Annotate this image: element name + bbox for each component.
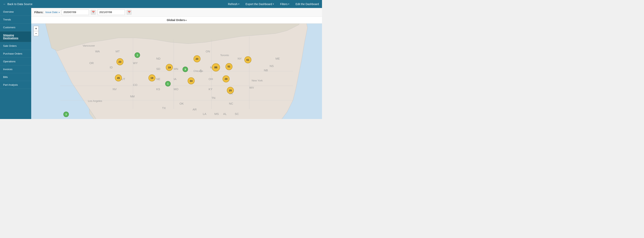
svg-text:ON: ON [206, 50, 210, 53]
svg-text:NM: NM [130, 95, 134, 98]
map-marker-m3[interactable]: 20 [194, 55, 200, 62]
export-dashboard-button[interactable]: Export the Dashboard [246, 2, 274, 6]
svg-text:NC: NC [229, 102, 233, 105]
zoom-out-button[interactable]: − [34, 31, 38, 36]
svg-text:WY: WY [133, 61, 138, 65]
svg-text:NY: NY [238, 57, 242, 60]
back-to-datasource-label: Back to Data Source [8, 2, 32, 6]
svg-text:OH: OH [209, 77, 213, 81]
sidebar-item-bills[interactable]: Bills [0, 73, 31, 81]
zoom-in-button[interactable]: + [34, 26, 38, 31]
svg-text:IA: IA [174, 77, 176, 81]
map-marker-m1[interactable]: 23 [116, 58, 124, 65]
map-header: Global Orders [31, 16, 322, 23]
zoom-controls: + − [34, 26, 38, 36]
svg-text:ID: ID [110, 66, 113, 69]
main-layout: OverviewTrendsCustomersShipping Destinat… [0, 8, 322, 119]
svg-text:KS: KS [156, 88, 160, 91]
sidebar-item-customers[interactable]: Customers [0, 23, 31, 31]
map-marker-m15[interactable]: 3 [64, 112, 69, 117]
svg-text:TX: TX [162, 107, 166, 110]
top-nav-actions: Refresh Export the Dashboard Filters Edi… [228, 2, 319, 6]
back-to-datasource-button[interactable]: ← Back to Data Source [3, 2, 32, 6]
svg-text:NV: NV [112, 88, 117, 91]
svg-text:NS: NS [270, 64, 274, 68]
back-arrow-icon: ← [3, 2, 6, 6]
svg-text:NB: NB [264, 69, 268, 72]
map-marker-m5[interactable]: 19 [166, 64, 173, 71]
svg-text:Vancouver: Vancouver [83, 44, 95, 47]
end-date-input[interactable] [98, 9, 125, 15]
sidebar-item-trends[interactable]: Trends [0, 16, 31, 23]
top-nav: ← Back to Data Source Refresh Export the… [0, 0, 322, 8]
svg-text:MO: MO [174, 88, 178, 91]
map-marker-m9[interactable]: 45 [115, 74, 122, 81]
map-marker-m7[interactable]: 51 [226, 63, 232, 70]
svg-text:WV: WV [249, 86, 254, 89]
svg-text:KY: KY [209, 88, 212, 91]
svg-text:NE: NE [156, 77, 160, 81]
map-marker-m4[interactable]: 8 [182, 67, 188, 72]
svg-text:Toronto: Toronto [220, 54, 229, 57]
svg-text:Los Angeles: Los Angeles [88, 100, 102, 102]
map-marker-m13[interactable]: 29 [222, 75, 230, 82]
svg-text:OK: OK [180, 102, 184, 105]
svg-text:AL: AL [223, 112, 227, 115]
svg-text:WA: WA [95, 50, 100, 53]
filter-bar: Filters: Issue Date: 📅 📅 [31, 8, 322, 16]
svg-text:TN: TN [212, 96, 215, 100]
map-marker-m14[interactable]: 25 [227, 87, 234, 94]
svg-text:MS: MS [214, 112, 219, 115]
map-marker-m8[interactable]: 61 [244, 56, 252, 63]
refresh-button[interactable]: Refresh [228, 2, 239, 6]
svg-text:SC: SC [235, 112, 239, 115]
issue-date-filter[interactable]: Issue Date: [46, 11, 60, 14]
svg-text:ME: ME [276, 57, 280, 60]
filters-button[interactable]: Filters [280, 2, 289, 6]
sidebar-item-overview[interactable]: Overview [0, 8, 31, 16]
sidebar-item-purchase-orders[interactable]: Purchase Orders [0, 50, 31, 58]
svg-text:CO: CO [133, 83, 137, 86]
map-marker-m11[interactable]: 1 [165, 81, 171, 86]
map-marker-m10[interactable]: 19 [148, 74, 156, 81]
sidebar-item-sale-orders[interactable]: Sale Orders [0, 42, 31, 50]
svg-text:New York: New York [252, 79, 263, 82]
svg-text:OR: OR [89, 61, 94, 65]
svg-text:LA: LA [203, 112, 206, 115]
sidebar-item-operations[interactable]: Operations [0, 58, 31, 65]
filters-label: Filters: [34, 11, 44, 14]
start-date-calendar-icon[interactable]: 📅 [91, 10, 96, 14]
map-marker-m2[interactable]: 1 [134, 52, 140, 58]
svg-text:MT: MT [116, 50, 120, 53]
sidebar: OverviewTrendsCustomersShipping Destinat… [0, 8, 31, 119]
start-date-input[interactable] [62, 9, 89, 15]
svg-text:MN: MN [174, 67, 178, 70]
content-area: Filters: Issue Date: 📅 📅 Global Orders [31, 8, 322, 119]
map-title[interactable]: Global Orders [167, 18, 186, 22]
sidebar-item-shipping-destinations[interactable]: Shipping Destinations [0, 31, 31, 42]
svg-text:SD: SD [156, 67, 160, 70]
map-marker-m12[interactable]: 34 [188, 77, 195, 84]
sidebar-item-invoices[interactable]: Invoices [0, 65, 31, 73]
svg-text:AR: AR [193, 108, 197, 111]
map-marker-m6[interactable]: 86 [212, 63, 220, 71]
edit-dashboard-button[interactable]: Edit the Dashboard [296, 2, 319, 6]
svg-text:Chicago: Chicago [194, 69, 203, 72]
end-date-calendar-icon[interactable]: 📅 [127, 10, 132, 14]
map-body: WA MT OR ID WY ND SD NE KS CO NM NV UT M… [31, 23, 322, 119]
svg-text:ND: ND [156, 57, 160, 60]
map-container: Global Orders [31, 16, 322, 119]
sidebar-item-part-analysis[interactable]: Part Analysis [0, 81, 31, 89]
